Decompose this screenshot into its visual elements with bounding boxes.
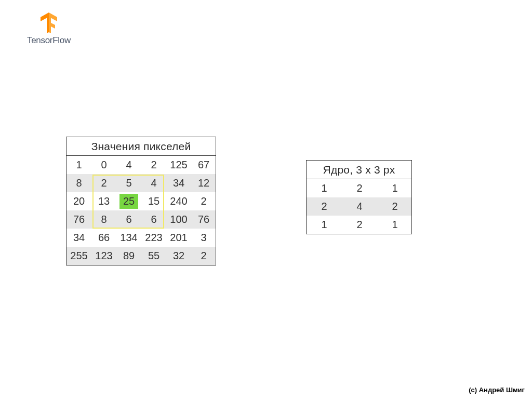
kernel-value: 1	[321, 219, 327, 230]
pixel-value: 223	[145, 232, 162, 243]
kernel-value: 4	[356, 201, 362, 212]
pixel-value: 100	[170, 214, 187, 225]
pixel-value: 255	[70, 250, 87, 261]
pixel-value: 2	[101, 177, 107, 189]
pixel-cell: 2	[191, 195, 216, 207]
pixel-cell: 8	[91, 214, 116, 225]
pixel-value: 89	[123, 250, 135, 261]
svg-marker-1	[49, 12, 57, 33]
pixel-cell: 0	[91, 159, 116, 171]
copyright-text: (c) Андрей Шмиг	[469, 386, 525, 394]
kernel-cell: 2	[307, 201, 342, 212]
kernel-cell: 2	[342, 219, 377, 231]
kernel-value: 2	[392, 201, 397, 212]
pixel-value: 13	[98, 195, 110, 207]
pixel-value: 0	[101, 159, 107, 170]
tensorflow-wordmark: TensorFlow	[27, 35, 71, 46]
table-row: 121	[307, 179, 411, 197]
table-row: 7686610076	[66, 210, 216, 229]
kernel-cell: 1	[377, 182, 413, 194]
kernel-value: 2	[321, 201, 327, 212]
pixel-cell: 13	[91, 195, 116, 207]
kernel-cell: 1	[377, 219, 413, 231]
pixel-cell: 15	[141, 195, 166, 207]
pixel-cell: 201	[166, 232, 191, 244]
pixel-cell: 34	[166, 177, 191, 189]
pixel-value: 67	[198, 159, 209, 170]
pixel-cell: 8	[66, 177, 91, 189]
kernel-value: 1	[392, 182, 397, 194]
kernel-value: 2	[356, 219, 362, 230]
pixel-cell: 12	[191, 177, 216, 189]
pixel-cell: 67	[191, 159, 216, 171]
pixel-cell: 32	[166, 250, 191, 262]
kernel-cell: 2	[342, 182, 377, 194]
pixel-cell: 134	[116, 232, 141, 244]
pixel-value: 76	[73, 214, 85, 225]
pixel-value: 240	[170, 195, 187, 207]
pixel-value: 20	[73, 195, 85, 207]
pixel-cell: 223	[141, 232, 166, 244]
tensorflow-logo: TensorFlow	[27, 11, 71, 46]
pixel-cell: 55	[141, 250, 166, 262]
table-row: 201325152402	[66, 192, 216, 210]
pixel-value: 12	[198, 177, 209, 189]
kernel-cell: 1	[307, 182, 342, 194]
pixel-value: 8	[101, 214, 107, 225]
pixel-value: 4	[126, 159, 131, 170]
pixel-cell: 89	[116, 250, 141, 262]
kernel-cell: 2	[377, 201, 413, 212]
svg-marker-0	[41, 12, 49, 33]
kernel-table-body: 121242121	[307, 179, 411, 234]
kernel-table: Ядро, 3 x 3 px 121242121	[306, 160, 412, 234]
table-row: 121	[307, 216, 411, 234]
pixel-values-table: Значения пикселей 1042125678254341220132…	[66, 137, 216, 265]
pixel-value: 134	[120, 232, 137, 243]
table-row: 34661342232013	[66, 229, 216, 247]
pixel-cell: 2	[191, 250, 216, 262]
pixel-cell: 3	[191, 232, 216, 244]
pixel-cell: 5	[116, 177, 141, 189]
pixel-table-title: Значения пикселей	[66, 137, 216, 156]
pixel-cell: 125	[166, 159, 191, 171]
pixel-cell: 100	[166, 214, 191, 225]
table-row: 2551238955322	[66, 247, 216, 265]
pixel-cell: 4	[116, 159, 141, 171]
pixel-value: 3	[201, 232, 206, 243]
pixel-value: 15	[148, 195, 159, 207]
pixel-cell: 1	[66, 159, 91, 171]
pixel-cell: 123	[91, 250, 116, 262]
kernel-value: 1	[321, 182, 327, 194]
pixel-value: 66	[98, 232, 110, 243]
pixel-value: 1	[76, 159, 82, 170]
pixel-value: 2	[151, 159, 156, 170]
pixel-value: 8	[76, 177, 82, 189]
pixel-value: 32	[173, 250, 184, 261]
pixel-cell: 20	[66, 195, 91, 207]
pixel-value: 6	[151, 214, 156, 225]
pixel-value: 6	[126, 214, 131, 225]
pixel-cell: 2	[141, 159, 166, 171]
table-row: 242	[307, 197, 411, 216]
pixel-value: 2	[201, 250, 206, 261]
pixel-table-body: 1042125678254341220132515240276866100763…	[66, 156, 216, 265]
pixel-cell: 240	[166, 195, 191, 207]
pixel-cell: 255	[66, 250, 91, 262]
pixel-value: 201	[170, 232, 187, 243]
pixel-cell: 34	[66, 232, 91, 244]
kernel-cell: 1	[307, 219, 342, 231]
kernel-table-title: Ядро, 3 x 3 px	[307, 161, 411, 179]
pixel-value: 123	[95, 250, 112, 261]
kernel-cell: 4	[342, 201, 377, 212]
pixel-cell: 76	[66, 214, 91, 225]
pixel-cell: 6	[141, 214, 166, 225]
tensorflow-icon	[38, 11, 59, 34]
pixel-cell: 66	[91, 232, 116, 244]
pixel-value: 125	[170, 159, 187, 170]
pixel-cell: 76	[191, 214, 216, 225]
kernel-value: 1	[392, 219, 397, 230]
table-row: 104212567	[66, 156, 216, 174]
pixel-value: 2	[201, 195, 206, 207]
pixel-value: 76	[198, 214, 209, 225]
pixel-cell: 6	[116, 214, 141, 225]
